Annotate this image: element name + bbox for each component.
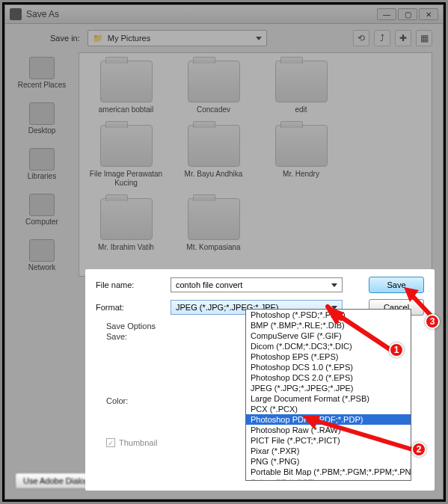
folder-item[interactable]: File Image Perawatan Kucing (87, 125, 165, 188)
format-option[interactable]: BMP (*.BMP;*.RLE;*.DIB) (246, 320, 411, 331)
sidebar-item-computer[interactable]: Computer (25, 194, 58, 226)
folder-item[interactable]: Concadev (174, 61, 253, 114)
format-option[interactable]: PCX (*.PCX) (246, 404, 411, 414)
save-button[interactable]: Save (369, 277, 424, 293)
chevron-down-icon (331, 283, 337, 287)
sidebar-item-recent[interactable]: Recent Places (18, 57, 66, 89)
format-option[interactable]: Photoshop (*.PSD;*.PDD) (246, 310, 411, 320)
format-option[interactable]: Large Document Format (*.PSB) (246, 393, 411, 404)
format-label: Format: (96, 303, 163, 312)
sidebar-item-network[interactable]: Network (28, 239, 56, 271)
window-title: Save As (26, 9, 377, 19)
folder-icon (188, 125, 240, 167)
sidebar-item-desktop[interactable]: Desktop (28, 102, 56, 135)
format-option[interactable]: Dicom (*.DCM;*.DC3;*.DIC) (246, 341, 411, 351)
annotation-3: 3 (425, 314, 440, 329)
format-option[interactable]: Photoshop EPS (*.EPS) (246, 351, 411, 362)
checkbox-icon: ✓ (106, 438, 115, 447)
format-option[interactable]: Photoshop DCS 2.0 (*.EPS) (246, 372, 411, 383)
format-option[interactable]: Pixar (*.PXR) (246, 446, 411, 456)
places-sidebar: Recent Places Desktop Libraries Computer… (5, 52, 79, 277)
folder-icon (188, 198, 240, 240)
titlebar: Save As — ▢ ✕ (5, 5, 443, 24)
annotation-2: 2 (411, 442, 426, 457)
format-option[interactable]: Portable Bit Map (*.PBM;*.PGM;*.PPM;*.PN… (246, 467, 411, 477)
annotation-1: 1 (389, 342, 404, 357)
format-option[interactable]: PNG (*.PNG) (246, 456, 411, 467)
folder-icon: 📁 (93, 34, 103, 43)
new-folder-icon[interactable]: ✚ (395, 30, 411, 46)
format-option[interactable]: JPEG (*.JPG;*.JPEG;*.JPE) (246, 383, 411, 393)
chevron-down-icon (256, 37, 262, 40)
recent-places-icon (29, 57, 55, 79)
format-option[interactable]: Photoshop DCS 1.0 (*.EPS) (246, 362, 411, 372)
folder-item[interactable]: edit (262, 61, 340, 114)
folder-icon (275, 125, 328, 167)
up-icon[interactable]: ⤴ (374, 30, 390, 46)
desktop-icon (29, 102, 55, 125)
save-in-dropdown[interactable]: 📁 My Pictures (88, 30, 267, 46)
close-button[interactable]: ✕ (419, 8, 438, 20)
format-option[interactable]: Photoshop Raw (*.RAW) (246, 425, 411, 435)
sidebar-item-libraries[interactable]: Libraries (28, 148, 56, 180)
app-icon (10, 8, 22, 20)
format-option[interactable]: Scitex CT (*.SCT) (246, 477, 411, 481)
back-icon[interactable]: ⟲ (353, 30, 369, 46)
folder-icon (100, 61, 153, 102)
format-options-list[interactable]: Photoshop (*.PSD;*.PDD)BMP (*.BMP;*.RLE;… (245, 309, 411, 481)
folder-item[interactable]: Mt. Kompasiana (174, 198, 253, 252)
folder-item[interactable]: Mr. Ibrahim Vatih (87, 198, 165, 252)
file-name-input[interactable]: contoh file convert (171, 277, 343, 292)
folder-icon (188, 61, 240, 102)
file-name-label: File name: (96, 280, 163, 289)
save-in-label: Save in: (50, 34, 80, 43)
computer-icon (29, 194, 55, 216)
minimize-button[interactable]: — (377, 8, 396, 20)
format-option[interactable]: PICT File (*.PCT;*.PICT) (246, 435, 411, 446)
folder-item[interactable]: american bobtail (87, 61, 165, 114)
save-in-value: My Pictures (108, 34, 150, 43)
folder-icon (100, 198, 153, 240)
format-option[interactable]: CompuServe GIF (*.GIF) (246, 331, 411, 341)
folder-item[interactable]: Mr. Bayu Andhika (174, 125, 253, 188)
libraries-icon (29, 148, 55, 170)
network-icon (29, 239, 55, 262)
maximize-button[interactable]: ▢ (398, 8, 417, 20)
view-menu-icon[interactable]: ▦ (416, 30, 432, 46)
folder-icon (275, 61, 328, 102)
file-list[interactable]: american bobtail Concadev edit File Imag… (79, 52, 432, 277)
form-panel: File name: contoh file convert Save Form… (85, 269, 435, 491)
format-option[interactable]: Photoshop PDF (*.PDF;*.PDP) (246, 414, 411, 425)
folder-icon (100, 125, 153, 167)
folder-item[interactable]: Mr. Hendry (262, 125, 340, 188)
